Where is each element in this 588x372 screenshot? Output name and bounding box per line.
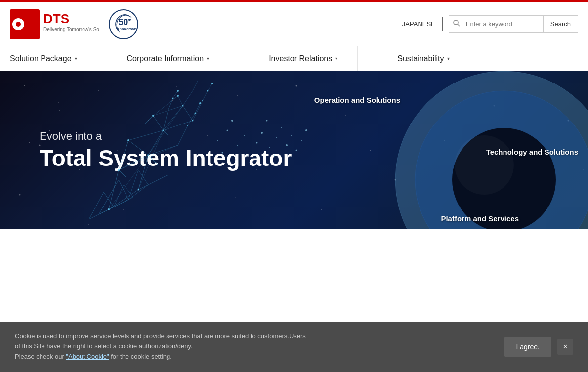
svg-point-94 [455,135,514,195]
svg-line-9 [458,24,460,26]
anniversary-badge: 50 th Anniversary [109,9,138,39]
svg-point-66 [195,113,196,114]
svg-point-62 [168,110,168,111]
svg-point-67 [199,102,201,104]
svg-point-83 [276,137,277,138]
svg-point-89 [301,140,302,141]
svg-point-58 [152,115,154,117]
nav-label-sustainability: Sustainability [397,54,444,63]
svg-point-81 [269,147,270,148]
chevron-down-icon-3: ▾ [335,56,337,61]
svg-marker-45 [128,170,148,200]
svg-point-54 [118,169,120,171]
svg-line-51 [148,106,183,155]
svg-point-85 [281,127,282,128]
circle-label-operation: Operation and Solutions [314,96,400,104]
svg-marker-42 [163,106,193,130]
svg-point-82 [266,120,268,122]
svg-marker-43 [153,96,183,116]
svg-marker-44 [99,180,128,214]
svg-point-80 [261,132,263,134]
chevron-down-icon-2: ▾ [207,56,209,61]
search-button[interactable]: Search [543,16,578,32]
svg-point-86 [286,144,288,146]
main-content [0,229,588,308]
nav-label-corporate-information: Corporate Information [127,54,204,63]
svg-point-90 [305,129,307,131]
svg-point-88 [296,150,297,151]
svg-point-74 [231,120,233,122]
svg-point-87 [291,135,292,136]
nav-item-solution-package[interactable]: Solution Package ▾ [10,46,97,71]
svg-line-48 [109,155,148,209]
svg-point-2 [16,22,21,27]
svg-point-84 [274,155,275,156]
svg-marker-39 [119,140,148,170]
dts-logo-svg: DTS Delivering Tomorrow's Solutions [10,9,99,39]
hero-banner: Evolve into a Total System Integrator Op… [0,71,588,229]
svg-point-60 [177,95,179,97]
svg-point-73 [237,145,238,146]
nav-item-corporate-information[interactable]: Corporate Information ▾ [97,46,230,71]
search-icon [449,16,464,32]
svg-marker-41 [128,116,163,140]
svg-point-68 [202,100,203,101]
search-input[interactable] [464,16,543,32]
svg-point-76 [222,152,223,154]
svg-point-55 [148,155,149,156]
svg-point-79 [247,155,248,156]
svg-point-75 [244,135,245,136]
japanese-button[interactable]: JAPANESE [395,17,443,31]
svg-point-77 [252,125,252,126]
chevron-down-icon-4: ▾ [447,56,450,61]
svg-text:th: th [128,18,132,22]
svg-point-16 [19,194,21,196]
svg-text:Anniversary: Anniversary [117,27,137,31]
svg-point-64 [177,90,179,92]
nav-item-sustainability[interactable]: Sustainability ▾ [358,46,469,71]
svg-text:50: 50 [119,17,128,27]
svg-marker-47 [114,185,133,207]
svg-point-12 [39,145,41,146]
svg-point-52 [108,208,110,210]
nav-label-investor-relations: Investor Relations [269,54,332,63]
chevron-down-icon: ▾ [75,56,77,61]
svg-point-78 [256,142,258,144]
circle-label-technology: Technology and Solutions [486,148,578,156]
header-right: JAPANESE Search [395,15,578,33]
svg-point-72 [227,130,228,131]
svg-point-57 [163,130,164,131]
main-navigation: Solution Package ▾ Corporate Information… [0,46,588,71]
search-area: Search [449,15,578,33]
svg-point-61 [192,120,194,122]
svg-point-63 [172,98,174,99]
svg-point-10 [24,85,25,86]
wireframe-hand-svg [49,71,346,229]
svg-text:DTS: DTS [43,11,69,26]
svg-point-65 [187,125,188,126]
svg-point-70 [211,83,213,84]
svg-point-8 [454,20,458,25]
nav-label-solution-package: Solution Package [10,54,72,63]
nav-item-investor-relations[interactable]: Investor Relations ▾ [229,46,358,71]
svg-marker-38 [138,155,168,190]
svg-text:Delivering Tomorrow's Solution: Delivering Tomorrow's Solutions [43,27,99,32]
logo-area: DTS Delivering Tomorrow's Solutions 50 t… [10,9,138,39]
dts-logo[interactable]: DTS Delivering Tomorrow's Solutions [10,9,99,39]
svg-marker-46 [89,192,114,219]
header: DTS Delivering Tomorrow's Solutions 50 t… [0,2,588,46]
svg-point-69 [207,90,209,92]
svg-point-71 [217,140,218,141]
circle-label-platform: Platform and Services [441,214,519,223]
anniversary-svg: 50 th Anniversary [106,10,141,38]
svg-point-53 [138,189,139,191]
svg-point-56 [127,139,129,141]
svg-point-59 [182,105,184,107]
